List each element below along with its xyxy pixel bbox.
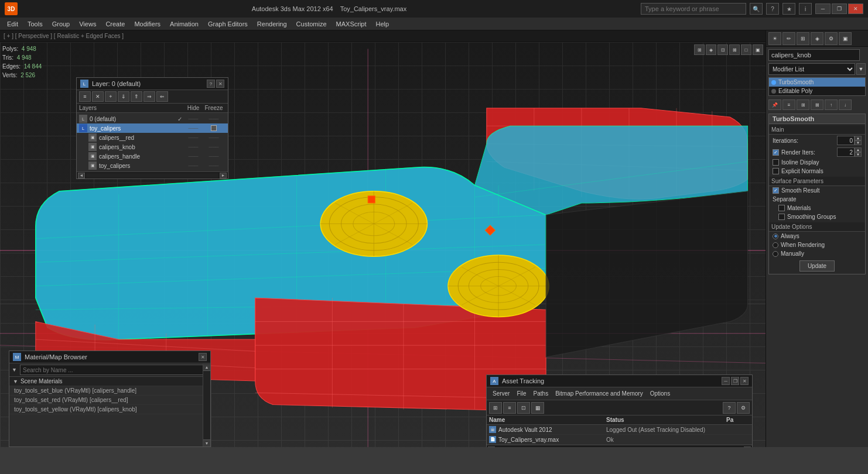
layers-help-button[interactable]: ? (207, 80, 215, 88)
manually-radio[interactable] (773, 251, 778, 257)
asset-tb-btn-1[interactable]: ⊞ (489, 402, 502, 414)
asset-scroll-right[interactable]: ► (744, 446, 751, 448)
viewport-icon-4[interactable]: ⊠ (729, 44, 740, 55)
mod-act-btn-6[interactable]: ↓ (839, 99, 852, 110)
menu-customize[interactable]: Customize (292, 19, 332, 29)
layers-tb-btn-4[interactable]: ⇓ (118, 91, 129, 102)
layer-row[interactable]: ▣ calipers_handle ─── ─── (77, 152, 228, 161)
asset-menu-paths[interactable]: Paths (530, 389, 552, 398)
menu-animation[interactable]: Animation (165, 19, 203, 29)
expand-arrow[interactable]: ▼ (12, 367, 20, 373)
layers-tb-btn-7[interactable]: ⇐ (156, 91, 168, 102)
smooth-result-checkbox[interactable]: ✓ (773, 187, 779, 194)
menu-edit[interactable]: Edit (2, 19, 23, 29)
layers-close-button[interactable]: ✕ (216, 80, 224, 88)
asset-row[interactable]: 🏛 Autodesk Vault 2012 Logged Out (Asset … (487, 425, 752, 435)
material-item[interactable]: toy_tools_set_red (VRayMtl) [calipers__r… (9, 396, 210, 405)
iterations-down-button[interactable]: ▼ (855, 140, 862, 145)
asset-help-btn[interactable]: ? (723, 402, 736, 414)
isoline-checkbox[interactable] (773, 159, 779, 166)
rp-icon-5[interactable]: ⚙ (825, 32, 838, 45)
layer-row[interactable]: L toy_calipers ─── (77, 123, 228, 133)
asset-menu-server[interactable]: Server (489, 389, 513, 398)
render-iters-spinbox[interactable]: ▲ ▼ (837, 147, 862, 157)
material-vertical-scrollbar[interactable]: ▲ ▼ (203, 364, 210, 446)
asset-tb-btn-2[interactable]: ≡ (503, 402, 516, 414)
object-name-field[interactable] (768, 49, 860, 61)
asset-close-button[interactable]: ✕ (740, 377, 749, 385)
rp-icon-3[interactable]: ⊞ (797, 32, 809, 45)
layer-row[interactable]: ▣ calipers_knob ─── ─── (77, 142, 228, 152)
menu-create[interactable]: Create (101, 19, 129, 29)
star-icon[interactable]: ★ (782, 3, 795, 15)
layers-horizontal-scrollbar[interactable]: ◄ ► (77, 171, 228, 178)
viewport-icon-2[interactable]: ◈ (706, 44, 716, 55)
render-iters-checkbox[interactable]: ✓ (773, 149, 779, 156)
modifier-editable-poly[interactable]: Editable Poly (769, 87, 865, 95)
layer-row[interactable]: ▣ toy_calipers ─── ─── (77, 161, 228, 170)
menu-modifiers[interactable]: Modifiers (129, 19, 165, 29)
layers-tb-btn-2[interactable]: ✕ (92, 91, 104, 102)
rp-icon-1[interactable]: ☀ (768, 32, 781, 45)
restore-button[interactable]: ❐ (832, 4, 847, 14)
mod-act-btn-5[interactable]: ↑ (825, 99, 838, 110)
show-all-button[interactable]: ≡ (782, 99, 795, 110)
close-button[interactable]: ✕ (848, 4, 863, 14)
layers-tb-btn-6[interactable]: ⇒ (143, 91, 155, 102)
render-iters-down[interactable]: ▼ (855, 152, 862, 157)
asset-menu-options[interactable]: Options (647, 389, 674, 398)
iterations-input[interactable] (837, 136, 855, 145)
layers-tb-btn-1[interactable]: ≡ (79, 91, 91, 102)
menu-help[interactable]: Help (371, 19, 394, 29)
pin-stack-button[interactable]: 📌 (768, 99, 781, 110)
asset-menu-bitmap-perf[interactable]: Bitmap Performance and Memory (552, 389, 647, 398)
material-search-input[interactable] (20, 365, 208, 375)
iterations-spinbox[interactable]: ▲ ▼ (837, 136, 862, 145)
mod-act-btn-3[interactable]: ⊞ (797, 99, 809, 110)
menu-rendering[interactable]: Rendering (252, 19, 292, 29)
rp-icon-2[interactable]: ✏ (782, 32, 795, 45)
scroll-down-button[interactable]: ▼ (203, 439, 210, 446)
scroll-up-button[interactable]: ▲ (203, 364, 210, 371)
asset-scroll-track[interactable] (496, 447, 743, 448)
layer-row[interactable]: ▣ calipers__red ─── ─── (77, 133, 228, 142)
render-iters-up[interactable]: ▲ (855, 147, 862, 152)
update-button[interactable]: Update (799, 260, 835, 272)
asset-scroll-left[interactable]: ◄ (488, 446, 495, 448)
help-search-icon[interactable]: ? (766, 3, 779, 15)
modifier-list-arrow[interactable]: ▼ (856, 63, 866, 75)
asset-tb-btn-3[interactable]: ⊡ (517, 402, 530, 414)
asset-restore-button[interactable]: ❐ (731, 377, 739, 385)
info-icon[interactable]: i (799, 3, 812, 15)
asset-tb-btn-4[interactable]: ▦ (531, 402, 544, 414)
asset-minimize-button[interactable]: ─ (722, 377, 730, 385)
menu-tools[interactable]: Tools (23, 19, 47, 29)
asset-menu-file[interactable]: File (513, 389, 529, 398)
mod-act-btn-4[interactable]: ⊠ (811, 99, 823, 110)
viewport-icon-6[interactable]: ▣ (753, 44, 763, 55)
material-item[interactable]: toy_tools_set_yellow (VRayMtl) [calipers… (9, 405, 210, 414)
scroll-track[interactable] (86, 173, 218, 178)
iterations-up-button[interactable]: ▲ (855, 136, 862, 140)
layer-row[interactable]: L 0 (default) ✓ ─── ─── (77, 114, 228, 123)
scroll-left-button[interactable]: ◄ (78, 173, 85, 178)
viewport-icon-3[interactable]: ⊡ (717, 44, 728, 55)
menu-maxscript[interactable]: MAXScript (332, 19, 371, 29)
menu-views[interactable]: Views (74, 19, 101, 29)
when-rendering-radio[interactable] (773, 242, 778, 248)
menu-graph-editors[interactable]: Graph Editors (203, 19, 252, 29)
keyword-search-input[interactable] (641, 3, 746, 15)
rp-icon-6[interactable]: ▣ (839, 32, 852, 45)
menu-group[interactable]: Group (47, 19, 75, 29)
viewport-icon-5[interactable]: □ (741, 44, 751, 55)
modifier-turbosmooth[interactable]: TurboSmooth (769, 78, 865, 87)
materials-checkbox[interactable] (778, 205, 785, 211)
smoothing-groups-checkbox[interactable] (778, 214, 785, 220)
modifier-list-select[interactable]: Modifier List (768, 63, 855, 75)
search-button[interactable]: 🔍 (750, 3, 763, 15)
render-iters-input[interactable] (837, 147, 855, 157)
layers-tb-btn-5[interactable]: ⇑ (131, 91, 142, 102)
rp-icon-4[interactable]: ◈ (811, 32, 823, 45)
explicit-normals-checkbox[interactable] (773, 168, 779, 174)
scene-materials-header[interactable]: ▼ Scene Materials (9, 377, 210, 386)
